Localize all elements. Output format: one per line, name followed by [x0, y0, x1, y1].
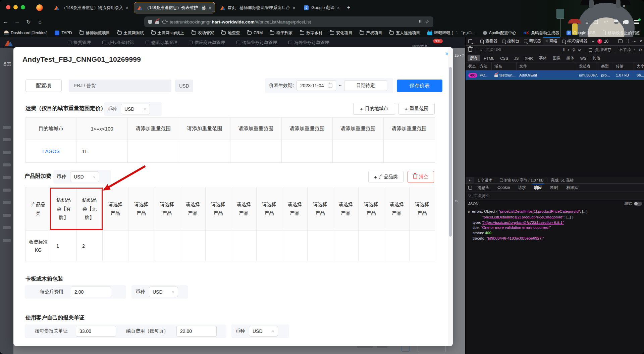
- bookmark-item[interactable]: 土流网测试: [117, 30, 144, 36]
- column-状态[interactable]: 状态: [466, 62, 477, 70]
- traffic-lights[interactable]: [6, 5, 25, 9]
- bookmark-mobile-folder[interactable]: 移动设备上的书签: [603, 29, 640, 37]
- browser-tab[interactable]: （148条推送信息）物流费用录入: [51, 2, 132, 13]
- filter-chip-所有[interactable]: 所有: [468, 55, 480, 61]
- bookmark-item[interactable]: Apollo配置中心: [483, 30, 516, 36]
- filter-chip-图像[interactable]: 图像: [550, 55, 563, 61]
- search-icon[interactable]: ⚲: [572, 48, 575, 52]
- fee-per-kg-input[interactable]: 2.00: [71, 287, 111, 297]
- home-icon[interactable]: ⌂: [34, 19, 46, 25]
- bookmark-item[interactable]: 文Google 翻译: [567, 30, 595, 36]
- column-大小[interactable]: 大小: [634, 62, 644, 70]
- detail-tab-Cookie[interactable]: Cookie: [493, 184, 514, 192]
- detail-tab-响应[interactable]: 响应: [530, 184, 546, 192]
- new-tab-icon[interactable]: [347, 5, 350, 11]
- request-row-selected[interactable]: 400PO...testtrun...AddOrEditumi.360e7...…: [466, 70, 644, 80]
- end-date-input[interactable]: 日期待定: [344, 80, 387, 91]
- expand-triangle-icon[interactable]: [468, 210, 471, 213]
- bookmark-item[interactable]: Dashboard [Jenkins]: [4, 31, 47, 35]
- extension-icon[interactable]: [614, 19, 619, 24]
- disable-cache-checkbox[interactable]: [589, 48, 592, 52]
- detail-tab-请求[interactable]: 请求: [514, 184, 530, 192]
- url-bar[interactable]: testtrunkbookingmgr.hart-worldwide.com/#…: [144, 16, 433, 27]
- add-weight-range-button[interactable]: +重量范围: [398, 103, 435, 115]
- add-product-category-button[interactable]: +产品品类: [368, 171, 404, 183]
- column-类型[interactable]: 类型: [598, 62, 613, 70]
- new-request-icon[interactable]: +: [567, 48, 570, 52]
- bookmark-item[interactable]: 五大连池项目: [389, 30, 420, 36]
- firefox-icon[interactable]: [36, 4, 43, 11]
- meatball-menu-icon[interactable]: ⋯: [632, 39, 636, 44]
- screenshot-extension-icon[interactable]: [594, 20, 598, 24]
- bookmark-item[interactable]: 安化项目: [330, 30, 352, 36]
- raw-toggle-switch[interactable]: [634, 202, 642, 206]
- app-menu-icon[interactable]: [634, 20, 639, 24]
- devtools-tab-控制台[interactable]: 控制台: [500, 37, 522, 45]
- filter-chip-CSS[interactable]: CSS: [498, 56, 511, 61]
- rfc-link[interactable]: "https://tools.ietf.org/html/rfc7231#sec…: [482, 220, 564, 224]
- per-page-input[interactable]: 22.00: [176, 326, 217, 337]
- back-icon[interactable]: ←: [0, 19, 11, 25]
- freight-currency-select[interactable]: USD: [121, 104, 150, 114]
- column-文件[interactable]: 文件: [517, 62, 576, 70]
- browser-tab[interactable]: 文Google 翻译: [301, 2, 343, 13]
- maximize-window-button[interactable]: [21, 5, 25, 9]
- modal-scrollbar-thumb[interactable]: [449, 67, 452, 237]
- forward-icon[interactable]: →: [11, 19, 23, 25]
- add-destination-city-button[interactable]: +目的地城市: [353, 103, 395, 115]
- pause-icon[interactable]: ‖: [563, 48, 565, 52]
- close-devtools-icon[interactable]: ×: [640, 39, 642, 44]
- filter-chip-JS[interactable]: JS: [512, 56, 521, 61]
- bookmark-item[interactable]: TAPD: [55, 31, 72, 35]
- column-方法[interactable]: 方法: [477, 62, 492, 70]
- restore-extension-icon[interactable]: [604, 19, 608, 25]
- close-window-button[interactable]: [6, 5, 10, 9]
- customs-currency-select[interactable]: USD: [249, 326, 278, 337]
- tab-close-icon[interactable]: [126, 5, 128, 10]
- browser-tab[interactable]: 首页 - 赫德国际物流管理系统后台: [217, 2, 299, 13]
- throttle-select[interactable]: 不节流: [619, 47, 631, 53]
- config-items-button[interactable]: 配置项: [25, 80, 62, 92]
- containers-icon[interactable]: [419, 19, 422, 24]
- minimize-window-button[interactable]: [13, 5, 18, 9]
- bookmark-item[interactable]: CRM: [247, 31, 263, 35]
- permissions-icon[interactable]: [162, 20, 166, 24]
- filter-chip-其他[interactable]: 其他: [590, 55, 602, 61]
- browser-tab[interactable]: （148条推送信息）价表维护 - 赫: [134, 2, 215, 13]
- surcharge-currency-select[interactable]: USD: [70, 171, 99, 182]
- filter-url-input[interactable]: 过滤 URL: [485, 47, 560, 53]
- chevron-down-icon[interactable]: [622, 3, 626, 8]
- detail-tab-栈跟踪[interactable]: 栈跟踪: [562, 184, 582, 192]
- devtools-tab-样式编辑器[interactable]: 样式编辑器: [560, 37, 590, 45]
- network-settings-gear-icon[interactable]: ⚙: [638, 48, 642, 52]
- pick-element-icon[interactable]: [468, 39, 472, 43]
- devtools-tab-查看器[interactable]: 查看器: [478, 37, 500, 45]
- error-badge-icon[interactable]: [597, 39, 602, 44]
- clear-button[interactable]: 清空: [408, 171, 434, 183]
- bookmark-item[interactable]: 地查查: [221, 30, 240, 36]
- filter-chip-XHR[interactable]: XHR: [522, 56, 535, 61]
- filter-chip-字体[interactable]: 字体: [537, 55, 549, 61]
- downloads-icon[interactable]: [586, 19, 588, 24]
- tab-close-icon[interactable]: [337, 5, 340, 10]
- modal-scrollbar-track[interactable]: [448, 47, 453, 346]
- bookmark-item[interactable]: 土流网stg/线上: [151, 30, 184, 36]
- table-cell-link[interactable]: LAGOS: [26, 140, 76, 163]
- filter-chip-WS[interactable]: WS: [578, 56, 589, 61]
- tab-close-icon[interactable]: [293, 5, 296, 10]
- request-initiator[interactable]: umi.360e7...: [579, 73, 598, 77]
- shield-icon[interactable]: [148, 20, 152, 24]
- column-header-link[interactable]: 1<=x<100: [76, 118, 128, 140]
- detail-tab-耗时[interactable]: 耗时: [546, 184, 562, 192]
- stopwatch-icon[interactable]: ◗: [466, 177, 474, 183]
- url-text[interactable]: testtrunkbookingmgr.hart-worldwide.com/#…: [170, 19, 415, 24]
- bookmark-item[interactable]: 赫德物流项目: [79, 30, 110, 36]
- filter-properties-input[interactable]: 过滤属性: [473, 193, 489, 199]
- clear-requests-icon[interactable]: [468, 48, 472, 52]
- per-declaration-input[interactable]: 33.00: [76, 326, 116, 337]
- packing-currency-select[interactable]: USD: [149, 287, 178, 297]
- detail-tab-消息头[interactable]: 消息头: [473, 184, 493, 192]
- json-errors-line[interactable]: errors: Object { "priceListDetailInfos[1…: [468, 209, 644, 215]
- column-域名[interactable]: 域名: [492, 62, 517, 70]
- bookmark-item[interactable]: 燕子到家: [270, 30, 292, 36]
